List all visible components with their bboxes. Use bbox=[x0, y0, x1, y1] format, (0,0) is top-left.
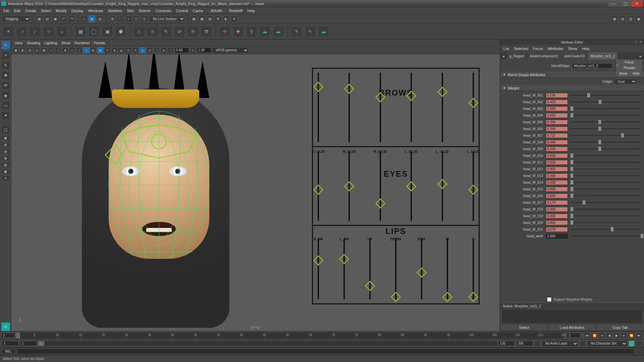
shelf-mirror-weights-icon[interactable]: ⇄ bbox=[174, 26, 185, 37]
live-surface-select[interactable]: No Live Surface bbox=[149, 16, 185, 22]
face-slider-handle[interactable] bbox=[468, 98, 478, 108]
lasso-tool-icon[interactable]: ✧ bbox=[1, 51, 10, 60]
menu-deform[interactable]: Deform bbox=[139, 9, 151, 13]
face-slider[interactable] bbox=[473, 73, 474, 142]
shelf-ik-icon[interactable]: ⩘ bbox=[16, 26, 28, 37]
face-slider-handle[interactable] bbox=[375, 198, 385, 209]
support-negative-weights-checkbox[interactable] bbox=[547, 297, 551, 302]
open-scene-icon[interactable]: ▤ bbox=[44, 15, 51, 22]
pt-textured-icon[interactable]: ▩ bbox=[97, 47, 103, 53]
weight-value-input[interactable]: 0.398 bbox=[546, 126, 568, 131]
select-mode-component-icon[interactable]: ▦ bbox=[89, 15, 95, 22]
script-editor-icon[interactable] bbox=[636, 349, 642, 355]
pt-motion-blur-icon[interactable]: ≋ bbox=[132, 47, 139, 53]
shelf-cube-icon[interactable]: ▣ bbox=[102, 26, 113, 37]
face-slider-handle[interactable] bbox=[437, 86, 447, 97]
tab-scroll-right-icon[interactable]: ▸ bbox=[638, 52, 643, 60]
attr-menu-attributes[interactable]: Attributes bbox=[548, 47, 563, 51]
weight-value-input[interactable]: 0.000 bbox=[546, 173, 568, 178]
go-start-icon[interactable]: ⏮ bbox=[584, 333, 590, 339]
snap-point-icon[interactable]: • bbox=[125, 15, 132, 22]
layout-2v-icon[interactable]: ▥ bbox=[1, 149, 10, 154]
weight-slider[interactable] bbox=[571, 140, 641, 144]
range-inner-start-input[interactable] bbox=[20, 341, 37, 346]
layout-icon-b[interactable]: ▤ bbox=[619, 15, 626, 22]
ipr-render-icon[interactable]: ▤ bbox=[207, 15, 213, 22]
weight-slider[interactable] bbox=[571, 180, 641, 185]
presets-button[interactable]: Presets bbox=[616, 65, 642, 70]
window-maximize-button[interactable]: ▢ bbox=[620, 1, 631, 7]
pt-film-gate-icon[interactable]: ▭ bbox=[48, 47, 54, 53]
weight-value-input[interactable]: 0.000 bbox=[546, 113, 568, 118]
render-settings-icon[interactable]: ⚙ bbox=[215, 15, 221, 22]
face-slider-handle[interactable] bbox=[416, 267, 427, 278]
weight-slider[interactable] bbox=[571, 193, 641, 198]
command-input[interactable] bbox=[17, 349, 634, 354]
attr-menu-selected[interactable]: Selected bbox=[514, 47, 528, 51]
weight-slider[interactable] bbox=[571, 106, 641, 111]
attr-menu-focus[interactable]: Focus bbox=[533, 47, 543, 51]
weight-slider[interactable] bbox=[571, 160, 641, 165]
weight-slider[interactable] bbox=[571, 153, 641, 158]
shelf-tool-b-icon[interactable]: ✎ bbox=[305, 26, 316, 37]
show-button[interactable]: Show bbox=[616, 71, 630, 76]
pt-lights-icon[interactable]: ☀ bbox=[104, 47, 110, 53]
step-fwd-key-icon[interactable]: ⏩ bbox=[628, 333, 635, 339]
face-slider[interactable] bbox=[442, 73, 443, 142]
pt-shaded-icon[interactable]: ● bbox=[83, 47, 89, 53]
exposure-input[interactable] bbox=[175, 48, 189, 53]
play-back-icon[interactable]: ◀ bbox=[606, 333, 612, 339]
snap-live-icon[interactable]: ◎ bbox=[141, 15, 148, 22]
panel-menu-view[interactable]: View bbox=[15, 41, 23, 45]
weight-slider[interactable] bbox=[571, 227, 641, 232]
pt-res-gate-icon[interactable]: ▯ bbox=[55, 47, 61, 53]
go-end-icon[interactable]: ⏭ bbox=[635, 333, 642, 339]
attr-menu-help[interactable]: Help bbox=[582, 47, 590, 51]
face-slider-handle[interactable] bbox=[468, 292, 478, 302]
shelf-copy-weights-icon[interactable]: ⎘ bbox=[187, 26, 199, 37]
save-scene-icon[interactable]: ▣ bbox=[52, 15, 59, 22]
weight-value-input[interactable]: 1.000 bbox=[546, 234, 568, 239]
paint-select-tool-icon[interactable]: ✎ bbox=[1, 61, 10, 70]
layout-3c-icon[interactable]: ▩ bbox=[1, 169, 10, 174]
snap-grid-icon[interactable]: ⊞ bbox=[109, 15, 116, 22]
pt-grid-icon[interactable]: ▦ bbox=[41, 47, 47, 53]
face-slider[interactable] bbox=[318, 73, 319, 142]
new-scene-icon[interactable]: ▦ bbox=[36, 15, 43, 22]
attr-tab-g_rigged[interactable]: g_Rigged bbox=[507, 52, 527, 60]
shelf-mirror-joint-icon[interactable]: ⌅ bbox=[56, 26, 68, 37]
layout-icon-d[interactable]: ▣ bbox=[635, 15, 642, 22]
weight-value-input[interactable]: 0.000 bbox=[546, 167, 568, 172]
layout-3b-icon[interactable]: ▨ bbox=[1, 162, 10, 168]
select-tool-icon[interactable]: ↖ bbox=[1, 41, 10, 50]
script-lang-button[interactable]: MEL bbox=[2, 349, 15, 354]
face-slider[interactable]: R_U.LID bbox=[348, 151, 350, 221]
layout-opts-icon[interactable]: ▾ bbox=[1, 176, 10, 181]
autokey-icon[interactable] bbox=[629, 341, 635, 347]
weight-value-input[interactable]: 0.000 bbox=[546, 187, 568, 192]
time-current-input[interactable] bbox=[567, 333, 580, 338]
shelf-ikspline-icon[interactable]: ⩗ bbox=[30, 26, 41, 37]
render-view-icon[interactable]: ▦ bbox=[191, 15, 197, 22]
shelf-tool-c-icon[interactable]: ⛰ bbox=[318, 26, 329, 37]
weight-value-input[interactable]: 0.000 bbox=[546, 106, 568, 111]
weight-slider[interactable] bbox=[571, 126, 641, 131]
copy-tab-button[interactable]: Copy Tab bbox=[596, 324, 644, 331]
step-back-key-icon[interactable]: ⏪ bbox=[591, 333, 598, 339]
menu--3dtoall-[interactable]: - 3DtoAll - bbox=[208, 9, 224, 13]
pt-xray-joints-icon[interactable]: ☍ bbox=[147, 47, 153, 53]
prefs-icon[interactable] bbox=[636, 341, 642, 347]
tab-scroll-left-icon[interactable]: ◂ bbox=[501, 52, 506, 60]
menu-create[interactable]: Create bbox=[25, 9, 36, 13]
menu-help[interactable]: Help bbox=[247, 9, 255, 13]
weight-slider[interactable] bbox=[571, 220, 641, 225]
panel-menu-renderer[interactable]: Renderer bbox=[74, 41, 90, 45]
shelf-crowd-b-icon[interactable]: ⛰ bbox=[273, 26, 284, 37]
weight-value-input[interactable]: 0.174 bbox=[546, 200, 568, 205]
anim-layer-select[interactable]: No Anim Layer bbox=[542, 341, 578, 347]
redo-icon[interactable]: ↷ bbox=[68, 15, 75, 22]
menu-skeleton[interactable]: Skeleton bbox=[108, 9, 122, 13]
weight-slider[interactable] bbox=[571, 146, 641, 151]
undo-icon[interactable]: ↶ bbox=[60, 15, 67, 22]
origin-select[interactable]: local bbox=[614, 79, 637, 84]
